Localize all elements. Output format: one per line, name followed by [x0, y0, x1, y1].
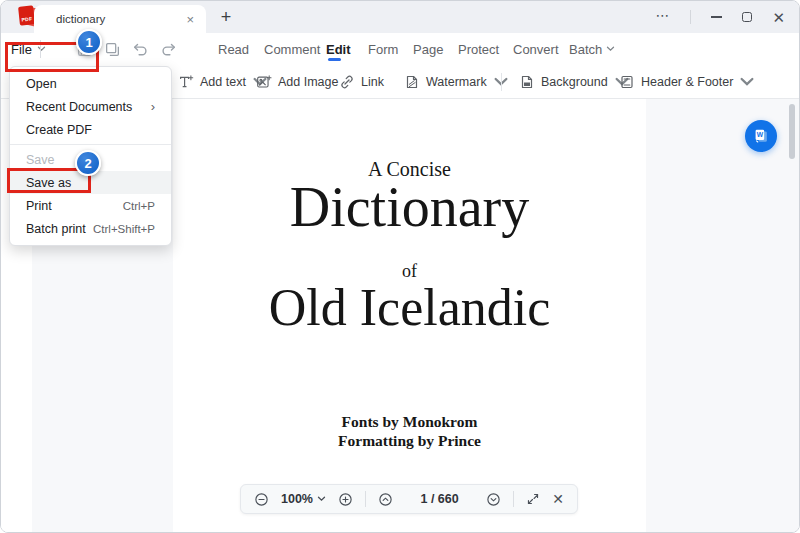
submenu-arrow-icon: ›: [151, 99, 155, 114]
menu-item-open-label: Open: [26, 77, 57, 91]
window-controls-divider: [690, 10, 691, 24]
link-icon: [339, 74, 355, 90]
add-text-button[interactable]: Add text: [178, 65, 268, 98]
viewer-bar-close-icon[interactable]: ✕: [552, 492, 564, 506]
tab-form[interactable]: Form: [368, 33, 398, 65]
convert-to-word-button[interactable]: W: [745, 120, 777, 152]
word-document-icon: W: [752, 127, 770, 145]
add-text-label: Add text: [200, 75, 246, 89]
app-window: PDF dictionary × + ⋯ ✕ File: [0, 0, 800, 533]
viewer-bar-divider: [513, 491, 514, 507]
viewer-bar-divider: [365, 491, 366, 507]
background-icon: [519, 74, 535, 90]
menu-divider: [10, 144, 171, 145]
watermark-label: Watermark: [426, 75, 487, 89]
watermark-icon: [404, 74, 420, 90]
chevron-down-icon[interactable]: [317, 496, 326, 502]
tab-comment[interactable]: Comment: [264, 33, 320, 65]
link-button[interactable]: Link: [339, 65, 384, 98]
background-label: Background: [541, 75, 608, 89]
maximize-icon[interactable]: [742, 12, 752, 22]
doc-title-line4: Old Icelandic: [173, 278, 646, 337]
window-more-icon[interactable]: ⋯: [655, 8, 670, 22]
chevron-down-icon: [739, 74, 755, 90]
undo-icon[interactable]: [132, 41, 149, 58]
tab-batch-label: Batch: [569, 42, 602, 57]
minimize-icon[interactable]: [711, 16, 722, 17]
tab-bar: PDF dictionary × + ⋯ ✕: [1, 1, 799, 33]
tab-batch[interactable]: Batch: [569, 33, 615, 65]
tab-edit-label: Edit: [326, 42, 351, 57]
tab-convert[interactable]: Convert: [513, 33, 559, 65]
watermark-button[interactable]: Watermark: [404, 65, 509, 98]
menu-item-print-label: Print: [26, 199, 52, 213]
active-tab-indicator: [328, 58, 341, 61]
pdf-page: A Concise Dictionary of Old Icelandic Fo…: [173, 99, 646, 533]
menu-shortcut-print: Ctrl+P: [123, 200, 155, 212]
main-toolbar: File Read Comment Edit Form Page Protect…: [1, 33, 799, 65]
window-close-icon[interactable]: ✕: [772, 10, 785, 25]
app-logo-label: PDF: [21, 15, 32, 22]
header-footer-icon: [619, 74, 635, 90]
add-text-icon: [178, 74, 194, 90]
header-footer-button[interactable]: Header & Footer: [619, 65, 755, 98]
add-image-button[interactable]: Add Image: [256, 65, 338, 98]
menu-item-print[interactable]: Print Ctrl+P: [10, 194, 171, 217]
menu-shortcut-batch-print: Ctrl+Shift+P: [93, 223, 155, 235]
fullscreen-icon[interactable]: [526, 492, 540, 506]
page-number-display[interactable]: 1 / 660: [393, 492, 486, 506]
menu-item-recent-documents[interactable]: Recent Documents ›: [10, 95, 171, 118]
tab-comment-label: Comment: [264, 42, 320, 57]
chevron-down-icon: [606, 46, 615, 52]
menu-item-batch-print[interactable]: Batch print Ctrl+Shift+P: [10, 217, 171, 240]
header-footer-label: Header & Footer: [641, 75, 733, 89]
doc-credit-line1: Fonts by Monokrom: [173, 412, 646, 431]
next-page-icon[interactable]: [486, 492, 501, 507]
zoom-in-icon[interactable]: [338, 492, 353, 507]
zoom-out-icon[interactable]: [254, 492, 269, 507]
document-tab[interactable]: dictionary ×: [34, 5, 206, 33]
print-icon[interactable]: [104, 41, 121, 58]
zoom-level-value[interactable]: 100%: [281, 492, 313, 506]
add-image-label: Add Image: [278, 75, 338, 89]
previous-page-icon[interactable]: [378, 492, 393, 507]
annotation-step1-badge: 1: [76, 29, 102, 55]
svg-text:W: W: [757, 131, 764, 138]
window-controls: ⋯ ✕: [655, 1, 793, 33]
menu-item-create-pdf[interactable]: Create PDF: [10, 118, 171, 141]
tab-convert-label: Convert: [513, 42, 559, 57]
add-image-icon: [256, 74, 272, 90]
doc-credits: Fonts by Monokrom Formatting by Prince: [173, 412, 646, 450]
tab-protect[interactable]: Protect: [458, 33, 499, 65]
tab-close-icon[interactable]: ×: [186, 13, 194, 26]
menu-item-recent-label: Recent Documents: [26, 100, 132, 114]
doc-title-line2: Dictionary: [173, 175, 646, 239]
redo-icon[interactable]: [160, 41, 177, 58]
menu-item-batch-print-label: Batch print: [26, 222, 86, 236]
doc-credit-line2: Formatting by Prince: [173, 431, 646, 450]
menu-item-save-label: Save: [26, 153, 55, 167]
tab-title: dictionary: [56, 13, 186, 25]
background-button[interactable]: Background: [519, 65, 630, 98]
toolbar-divider: [501, 73, 502, 91]
tab-form-label: Form: [368, 42, 398, 57]
vertical-scrollbar[interactable]: [789, 104, 795, 159]
menu-item-create-pdf-label: Create PDF: [26, 123, 92, 137]
tab-protect-label: Protect: [458, 42, 499, 57]
menu-item-open[interactable]: Open: [10, 72, 171, 95]
annotation-step2-badge: 2: [75, 150, 101, 176]
tab-page[interactable]: Page: [413, 33, 443, 65]
new-tab-button[interactable]: +: [215, 5, 237, 29]
viewer-control-bar: 100% 1 / 660 ✕: [240, 484, 578, 514]
tab-read[interactable]: Read: [218, 33, 249, 65]
tab-read-label: Read: [218, 42, 249, 57]
tab-page-label: Page: [413, 42, 443, 57]
link-label: Link: [361, 75, 384, 89]
